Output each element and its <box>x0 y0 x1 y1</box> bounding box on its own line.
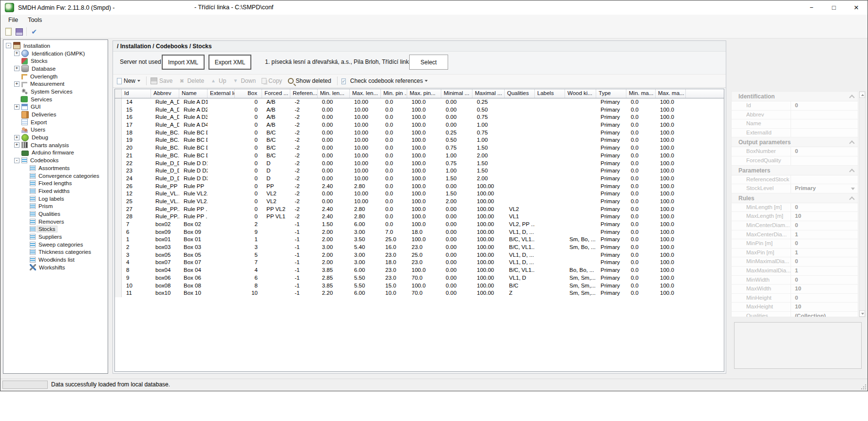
tree-item-stocks[interactable]: Stocks <box>3 57 108 65</box>
table-row[interactable]: 27Rule_PP...Rule PP ...0PP VL2-22.402.80… <box>115 206 724 213</box>
table-row[interactable]: 20Rule_BC...Rule BC D30B/C-20.0010.000.0… <box>115 144 724 152</box>
tree-item-overlength[interactable]: Overlength <box>3 73 108 80</box>
tree-item-thickness-categories[interactable]: Thickness categories <box>3 249 108 256</box>
table-row[interactable]: 9box06Box 066-12.855.5023.070.00.00100.0… <box>115 274 724 282</box>
tree-item-deliveries[interactable]: Deliveries <box>3 111 108 118</box>
property-group-parameters[interactable]: Parameters <box>732 166 858 175</box>
table-row[interactable]: 10box08Box 088-13.855.5015.0100.00.00100… <box>115 282 724 290</box>
column-header-min-len[interactable]: Min. len... <box>318 89 350 98</box>
table-row[interactable]: 15Rule_A_D2Rule A D20A/B-20.0010.000.010… <box>115 106 724 114</box>
column-header-max-ma[interactable]: Max. ma... <box>656 89 686 98</box>
column-header-minimal[interactable]: Minimal ... <box>441 89 472 98</box>
scroll-up-button[interactable] <box>859 92 865 98</box>
tree-item-sweep-categories[interactable]: Sweep categories <box>3 241 108 249</box>
export-xml-button[interactable]: Export XML <box>208 55 251 70</box>
tree-item-suppliers[interactable]: Suppliers <box>3 233 108 241</box>
column-header-box[interactable]: Box <box>235 89 262 98</box>
maximize-button[interactable]: □ <box>823 0 845 15</box>
import-xml-button[interactable]: Import XML <box>162 55 205 70</box>
table-row[interactable]: 28Rule_PP...Rule PP ...0PP VL1-22.402.80… <box>115 213 724 221</box>
select-button[interactable]: Select <box>409 55 448 70</box>
resize-grip-icon[interactable] <box>861 384 866 389</box>
tree-item-debug[interactable]: +Debug <box>3 134 108 141</box>
table-row[interactable]: 1box01Box 011-12.003.5025.0100.00.00100.… <box>115 236 724 244</box>
up-button[interactable]: ▲ Up <box>210 77 226 84</box>
table-row[interactable]: 8box04Box 044-13.856.0023.0100.00.00100.… <box>115 267 724 274</box>
menu-file[interactable]: File <box>3 16 23 24</box>
scroll-down-button[interactable] <box>859 310 865 317</box>
new-button[interactable]: New <box>117 77 140 84</box>
column-header-labels[interactable]: Labels <box>535 89 565 98</box>
validate-button[interactable]: ✔ <box>29 26 39 37</box>
table-row[interactable]: 4box07Box 077-12.003.0018.023.00.00100.0… <box>115 259 724 267</box>
tree-item-charts-analysis[interactable]: +Charts analysis <box>3 141 108 149</box>
expand-icon[interactable]: + <box>14 66 19 71</box>
tree-item-identification-gmpk[interactable]: +Identification (GMPK) <box>3 50 108 57</box>
table-row[interactable]: 14Rule_A_D1Rule A D10A/B-20.0010.000.010… <box>115 98 724 106</box>
column-header-type[interactable]: Type <box>596 89 626 98</box>
column-header-abbrev[interactable]: Abbrev <box>151 89 179 98</box>
table-row[interactable]: 22Rule_D_D1Rule D D10D-20.0010.000.0100.… <box>115 160 724 168</box>
column-header-qualities[interactable]: Qualities <box>505 89 535 98</box>
tree-item-export[interactable]: Export <box>3 118 108 126</box>
table-row[interactable]: 18Rule_BC...Rule BC D10B/C-20.0010.000.0… <box>115 129 724 137</box>
new-config-button[interactable] <box>3 26 14 37</box>
collapse-icon[interactable]: - <box>6 43 11 48</box>
table-row[interactable]: 25Rule_VL...Rule VL2...0VL2-20.0010.000.… <box>115 198 724 206</box>
column-header-maximal[interactable]: Maximal ... <box>472 89 505 98</box>
close-button[interactable]: × <box>845 0 868 15</box>
property-group-rules[interactable]: Rules <box>732 193 858 203</box>
property-group-identification[interactable]: Identification <box>732 92 858 101</box>
table-row[interactable]: 7box02Box 022-11.506.000.0100.00.00100.0… <box>115 221 724 229</box>
expand-icon[interactable]: + <box>14 81 19 87</box>
table-row[interactable]: 3box05Box 055-12.003.0023.025.00.00100.0… <box>115 251 724 259</box>
column-header-wood-ki[interactable]: Wood ki... <box>565 89 596 98</box>
table-row[interactable]: 11box10Box 1010-12.206.0010.070.00.00100… <box>115 289 724 297</box>
tree-item-gui[interactable]: +GUI <box>3 103 108 111</box>
column-header-id[interactable]: Id <box>122 89 151 98</box>
column-header-min-ma[interactable]: Min. ma... <box>626 89 656 98</box>
column-header-referen[interactable]: Referen... <box>290 89 318 98</box>
column-header-max-len[interactable]: Max. len... <box>350 89 381 98</box>
tree-item-codebooks[interactable]: -Codebooks <box>3 156 108 164</box>
tree-item-prism[interactable]: Prism <box>3 202 108 210</box>
column-header-name[interactable]: Name <box>179 89 208 98</box>
tree-item-removers[interactable]: Removers <box>3 218 108 226</box>
tree-item-fixed-widths[interactable]: Fixed widths <box>3 187 108 195</box>
expand-icon[interactable]: + <box>14 142 19 148</box>
show-deleted-button[interactable]: Show deleted <box>288 77 331 84</box>
down-button[interactable]: ▼ Down <box>232 77 256 84</box>
tree-item-arduino-firmware[interactable]: Arduino firmware <box>3 149 108 157</box>
tree-item-services[interactable]: Services <box>3 96 108 103</box>
tree-item-qualities[interactable]: Qualities <box>3 210 108 218</box>
save-button[interactable]: Save <box>151 77 172 84</box>
column-header-max-pin[interactable]: Max. pin... <box>407 89 441 98</box>
tree-item-fixed-lengths[interactable]: Fixed lengths <box>3 179 108 187</box>
expand-icon[interactable]: + <box>14 51 19 56</box>
table-row[interactable]: 12Rule_VL...Rule VL2...0VL2-20.0010.000.… <box>115 190 724 198</box>
tree-item-database[interactable]: +Database <box>3 65 108 73</box>
expand-icon[interactable]: + <box>14 135 19 140</box>
column-header-external-id[interactable]: External Id <box>208 89 235 98</box>
column-header-min-pin[interactable]: Min. pin ... <box>381 89 407 98</box>
expand-icon[interactable]: + <box>14 104 19 110</box>
copy-button[interactable]: Copy <box>262 77 282 84</box>
check-codebook-references-button[interactable]: ✓ Check codebook references <box>341 77 428 84</box>
table-row[interactable]: 2box03Box 033-13.005.4016.023.00.00100.0… <box>115 244 724 251</box>
table-row[interactable]: 24Rule_D_D3Rule D D30D-20.0010.000.0100.… <box>115 175 724 183</box>
property-scrollbar[interactable] <box>859 91 866 317</box>
table-row[interactable]: 16Rule_A_D3Rule A D30A/B-20.0010.000.010… <box>115 114 724 121</box>
tree-item-convergence-categories[interactable]: Convergence categories <box>3 172 108 180</box>
minimize-button[interactable]: − <box>800 0 823 15</box>
column-header-forced[interactable]: Forced ... <box>262 89 290 98</box>
tree-item-log-labels[interactable]: Log labels <box>3 195 108 203</box>
table-row[interactable]: 23Rule_D_D2Rule D D20D-20.0010.000.0100.… <box>115 167 724 175</box>
save-config-button[interactable] <box>14 26 24 37</box>
property-group-output-parameters[interactable]: Output parameters <box>732 137 858 147</box>
table-row[interactable]: 17Rule_A_D4Rule A D40A/B-20.0010.000.010… <box>115 121 724 129</box>
table-row[interactable]: 19Rule_BC...Rule BC D20B/C-20.0010.000.0… <box>115 136 724 144</box>
tree-item-workshifts[interactable]: Workshifts <box>3 264 108 271</box>
tree-item-installation[interactable]: -Installation <box>3 42 108 50</box>
tree-item-assortments[interactable]: Assortments <box>3 164 108 172</box>
table-row[interactable]: 6box09Box 099-12.003.007.018.00.00100.00… <box>115 229 724 236</box>
